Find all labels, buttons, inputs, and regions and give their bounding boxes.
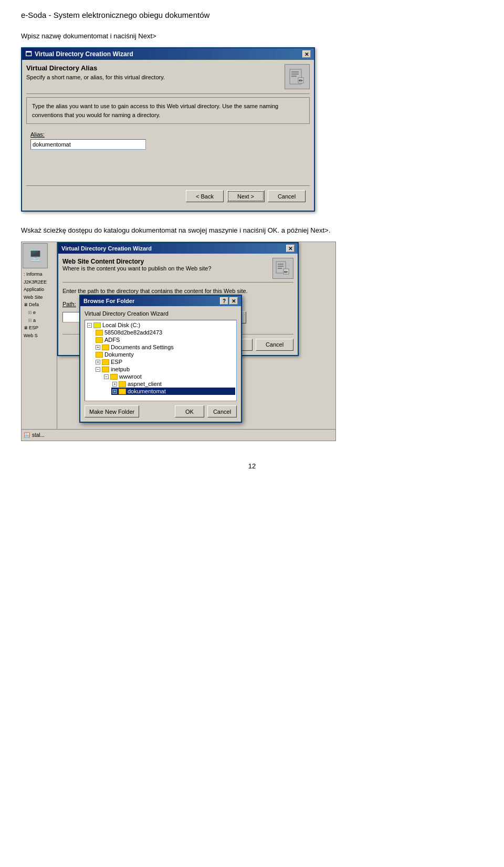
svg-rect-9 bbox=[278, 268, 282, 269]
iis-item-e: ⊞ e bbox=[27, 309, 56, 317]
tree-item-dokumenty[interactable]: Dokumenty bbox=[94, 351, 235, 358]
dialog-virtual-directory-alias: 🗔 Virtual Directory Creation Wizard ✕ Vi… bbox=[21, 47, 315, 212]
tree-item-dokumentomat[interactable]: + dokumentomat bbox=[111, 388, 235, 395]
iis-item-4: Web Site bbox=[23, 294, 56, 301]
dialog1-section-subtitle: Specify a short name, or alias, for this… bbox=[26, 74, 165, 80]
dialog1-alias-input[interactable] bbox=[30, 139, 146, 150]
browse-label: Virtual Directory Creation Wizard bbox=[85, 310, 237, 317]
dialog2-titlebar: Virtual Directory Creation Wizard ✕ bbox=[58, 243, 298, 254]
tree-item-aspnet[interactable]: + aspnet_client bbox=[111, 380, 235, 388]
dialog1-cancel-button[interactable]: Cancel bbox=[268, 190, 306, 202]
dialog2-title: Virtual Directory Creation Wizard bbox=[61, 245, 152, 252]
browse-titlebar: Browse For Folder ? ✕ bbox=[80, 296, 241, 306]
browse-cancel-button[interactable]: Cancel bbox=[207, 405, 237, 417]
svg-rect-8 bbox=[278, 266, 284, 267]
browse-dialog: Browse For Folder ? ✕ Virtual Directory … bbox=[79, 295, 242, 423]
svg-rect-3 bbox=[291, 76, 297, 77]
dialog2-path-label: Path: bbox=[62, 301, 76, 307]
start-icon: 🪟 bbox=[24, 432, 30, 438]
browse-ok-button[interactable]: OK bbox=[175, 405, 204, 417]
iis-item-a: ⊞ a bbox=[27, 317, 56, 325]
svg-rect-7 bbox=[278, 264, 284, 265]
browse-tree[interactable]: − Local Disk (C:) 58508d2be82add2473 ADF… bbox=[85, 320, 237, 401]
sidebar-icon: 🖥️ bbox=[23, 243, 48, 268]
tree-item-esp[interactable]: + ESP bbox=[94, 358, 235, 365]
svg-text:✏: ✏ bbox=[284, 269, 288, 275]
svg-text:✏: ✏ bbox=[299, 78, 303, 83]
tree-item-adfs[interactable]: ADFS bbox=[94, 336, 235, 343]
dialog1-next-button[interactable]: Next > bbox=[227, 190, 265, 202]
dialog2-close-btn[interactable]: ✕ bbox=[286, 245, 295, 252]
iis-item-1: : Informa bbox=[23, 270, 56, 278]
taskbar-hint: 🪟 stal... bbox=[22, 429, 335, 441]
iis-item-esp: 🖥 ESP bbox=[23, 324, 56, 332]
browse-help-btn[interactable]: ? bbox=[220, 297, 228, 305]
dialog2-cancel-button[interactable]: Cancel bbox=[256, 339, 293, 351]
dialog1-titlebar-icon: 🗔 bbox=[25, 50, 32, 58]
page-number: 12 bbox=[21, 462, 483, 470]
instruction-1: Wpisz nazwę dokumentomat i naciśnij Next… bbox=[21, 32, 483, 40]
dialog1-title: Virtual Directory Creation Wizard bbox=[35, 50, 133, 58]
iis-item-2: J2K3R2EE bbox=[23, 278, 56, 286]
svg-rect-1 bbox=[291, 71, 299, 72]
svg-rect-2 bbox=[291, 74, 299, 75]
dialog1-info-box: Type the alias you want to use to gain a… bbox=[26, 97, 310, 124]
browse-title: Browse For Folder bbox=[83, 298, 134, 304]
tree-item-local-disk[interactable]: − Local Disk (C:) bbox=[86, 321, 235, 329]
dialog1-titlebar: 🗔 Virtual Directory Creation Wizard ✕ bbox=[22, 48, 314, 60]
dialog2-wizard-icon: ✏ bbox=[272, 258, 293, 279]
iis-item-defa: 🖥 Defa bbox=[23, 301, 56, 309]
dialog2-section-title: Web Site Content Directory bbox=[62, 258, 212, 265]
browse-close-btn[interactable]: ✕ bbox=[229, 297, 238, 305]
iis-item-webs: Web S bbox=[23, 332, 56, 340]
page-title: e-Soda - System elektronicznego obiegu d… bbox=[21, 11, 483, 19]
tree-item-documents[interactable]: + Documents and Settings bbox=[94, 343, 235, 351]
browse-make-folder-button[interactable]: Make New Folder bbox=[85, 405, 139, 417]
dialog1-close-btn[interactable]: ✕ bbox=[302, 50, 311, 58]
taskbar-label: stal... bbox=[32, 432, 45, 438]
dialog2-section-subtitle: Where is the content you want to publish… bbox=[62, 265, 212, 271]
dialog1-alias-label: Alias: bbox=[30, 131, 306, 138]
dialog1-wizard-icon: ✏ bbox=[285, 64, 310, 89]
screenshot-area-2: 🖥️ : Informa J2K3R2EE Applicatio Web Sit… bbox=[21, 242, 336, 441]
dialog1-section-title: Virtual Directory Alias bbox=[26, 64, 165, 72]
tree-item-inetpub[interactable]: − inetpub bbox=[94, 365, 235, 373]
iis-item-3: Applicatio bbox=[23, 286, 56, 294]
iis-sidebar: 🖥️ : Informa J2K3R2EE Applicatio Web Sit… bbox=[22, 242, 57, 441]
tree-item-58508[interactable]: 58508d2be82add2473 bbox=[94, 329, 235, 336]
dialog1-back-button[interactable]: < Back bbox=[186, 190, 224, 202]
instruction-2: Wskaż ścieżkę dostępu do katalogu dokume… bbox=[21, 226, 388, 234]
tree-item-wwwroot[interactable]: − wwwroot bbox=[103, 373, 235, 380]
